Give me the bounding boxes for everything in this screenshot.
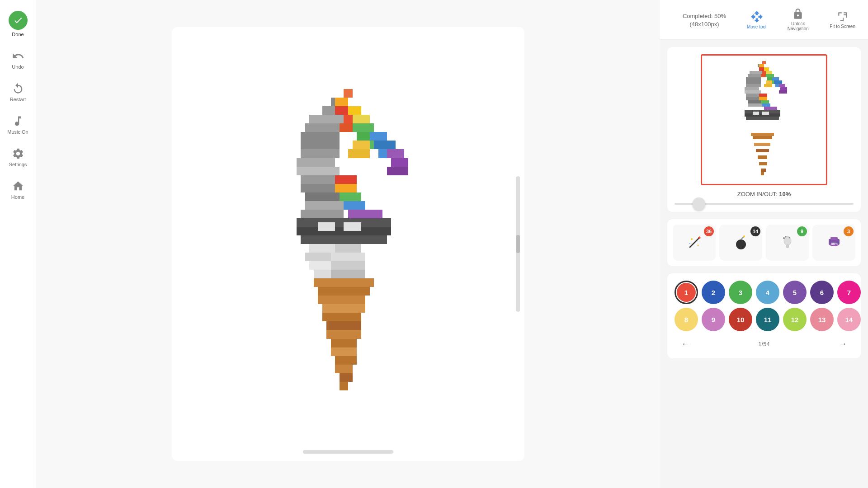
- svg-rect-109: [762, 103, 770, 107]
- svg-rect-60: [340, 192, 361, 201]
- sidebar-item-undo[interactable]: Undo: [0, 43, 36, 76]
- svg-rect-91: [748, 100, 761, 103]
- svg-line-117: [741, 237, 744, 239]
- brush-tool-card[interactable]: 9: [766, 225, 809, 261]
- svg-rect-106: [759, 94, 767, 97]
- palette-nav: ← 1/54 →: [675, 337, 854, 351]
- sidebar-item-settings[interactable]: Settings: [0, 141, 36, 174]
- paint-bucket-icon: 50%: [826, 235, 842, 251]
- color-circle-12[interactable]: 12: [783, 308, 807, 331]
- svg-rect-22: [301, 132, 340, 141]
- svg-rect-82: [750, 71, 763, 74]
- svg-rect-104: [761, 169, 766, 172]
- unlock-nav-button[interactable]: Unlock Navigation: [779, 5, 817, 35]
- svg-rect-95: [746, 117, 778, 120]
- svg-rect-28: [301, 184, 335, 192]
- color-circle-11[interactable]: 11: [756, 308, 779, 331]
- svg-rect-88: [745, 90, 761, 94]
- zoom-slider: [675, 203, 854, 205]
- svg-rect-6: [335, 106, 348, 115]
- color-circle-2[interactable]: 2: [702, 281, 725, 304]
- svg-rect-87: [745, 87, 760, 90]
- svg-rect-34: [301, 235, 387, 244]
- svg-rect-27: [301, 175, 340, 184]
- color-circle-7[interactable]: 7: [837, 281, 861, 304]
- next-page-button[interactable]: →: [835, 337, 850, 351]
- svg-rect-99: [753, 136, 772, 139]
- tools-panel: 36 14: [667, 219, 861, 266]
- svg-rect-63: [762, 61, 765, 64]
- svg-point-121: [783, 237, 785, 239]
- move-tool-button[interactable]: Move tool: [741, 7, 772, 33]
- color-circle-13[interactable]: 13: [810, 308, 834, 331]
- scrollbar-thumb-v[interactable]: [516, 235, 520, 253]
- sidebar-item-home[interactable]: Home: [0, 174, 36, 206]
- completed-text: Completed: 50% (48x100px): [683, 13, 726, 28]
- svg-rect-97: [762, 112, 769, 115]
- svg-rect-79: [779, 90, 787, 94]
- fit-screen-button[interactable]: Fit to Screen: [824, 7, 861, 33]
- preview-panel: ZOOM IN/OUT: 10%: [667, 47, 861, 212]
- svg-rect-61: [344, 201, 365, 210]
- home-label: Home: [11, 194, 24, 200]
- paint-bucket-card[interactable]: 3 50%: [812, 225, 855, 261]
- color-circle-3[interactable]: 3: [729, 281, 752, 304]
- slider-thumb[interactable]: [693, 197, 705, 210]
- horizontal-scrollbar[interactable]: [303, 450, 393, 454]
- color-circle-14[interactable]: 14: [837, 308, 861, 331]
- svg-rect-83: [748, 74, 761, 77]
- sidebar-item-music[interactable]: Music On: [0, 108, 36, 141]
- color-circle-5[interactable]: 5: [783, 281, 807, 304]
- bomb-tool-card[interactable]: 14: [719, 225, 762, 261]
- color-circle-1[interactable]: 1: [675, 281, 698, 304]
- svg-rect-74: [772, 77, 778, 80]
- svg-rect-90: [746, 97, 759, 100]
- color-circle-10[interactable]: 10: [729, 308, 752, 331]
- svg-rect-54: [335, 244, 361, 253]
- prev-page-button[interactable]: ←: [678, 337, 693, 351]
- svg-rect-51: [335, 365, 352, 373]
- svg-rect-75: [774, 80, 782, 84]
- svg-rect-2: [322, 106, 335, 115]
- svg-point-123: [788, 237, 790, 239]
- brush-badge: 9: [797, 226, 807, 236]
- pixel-art: [258, 81, 439, 407]
- svg-rect-35: [318, 222, 335, 231]
- svg-rect-56: [331, 261, 365, 270]
- canvas-area[interactable]: [172, 27, 524, 461]
- svg-rect-44: [322, 304, 365, 313]
- svg-rect-98: [751, 133, 774, 136]
- color-circle-9[interactable]: 9: [702, 308, 725, 331]
- svg-rect-80: [766, 80, 772, 84]
- svg-rect-86: [746, 84, 761, 87]
- wand-tool-card[interactable]: 36: [673, 225, 716, 261]
- color-circle-8[interactable]: 8: [675, 308, 698, 331]
- svg-rect-59: [335, 184, 357, 192]
- bomb-icon: [733, 235, 749, 251]
- svg-rect-107: [759, 97, 767, 100]
- svg-rect-96: [753, 112, 759, 115]
- color-palette: 1234567891011121314 ← 1/54 →: [667, 273, 861, 358]
- color-circle-6[interactable]: 6: [810, 281, 834, 304]
- svg-rect-20: [309, 115, 344, 123]
- wand-icon: [686, 235, 703, 251]
- svg-rect-48: [331, 339, 357, 347]
- vertical-scrollbar[interactable]: [516, 176, 520, 312]
- svg-rect-42: [318, 287, 369, 296]
- page-indicator: 1/54: [758, 341, 769, 347]
- svg-rect-46: [326, 321, 361, 330]
- preview-art: [710, 61, 818, 178]
- color-circle-4[interactable]: 4: [756, 281, 779, 304]
- svg-rect-18: [353, 141, 370, 149]
- sidebar-item-restart[interactable]: Restart: [0, 76, 36, 108]
- slider-track[interactable]: [675, 203, 854, 205]
- svg-rect-0: [344, 89, 352, 98]
- bomb-badge: 14: [750, 226, 760, 236]
- svg-rect-57: [331, 270, 365, 278]
- svg-rect-105: [761, 172, 764, 175]
- svg-rect-49: [331, 347, 357, 356]
- sidebar: Done Undo Restart Music On Settings Home: [0, 0, 36, 488]
- palette-grid: 1234567891011121314: [675, 281, 854, 331]
- svg-rect-81: [764, 84, 772, 87]
- sidebar-item-done[interactable]: Done: [0, 5, 36, 43]
